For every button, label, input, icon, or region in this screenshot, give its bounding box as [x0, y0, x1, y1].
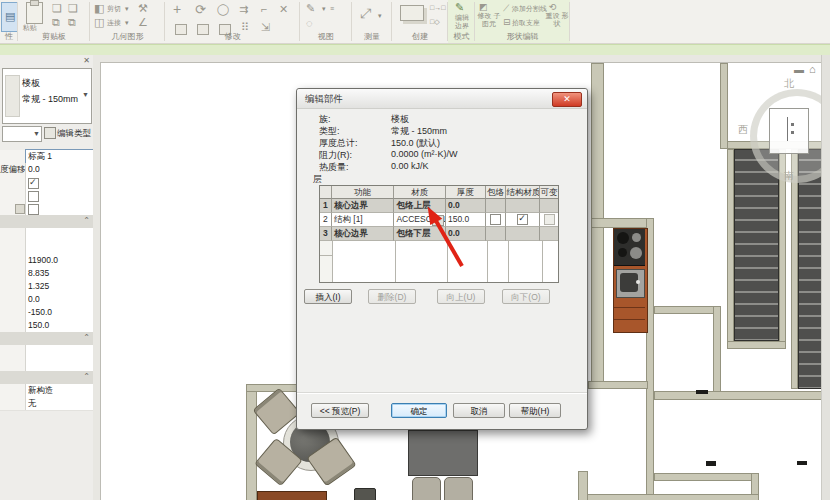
property-row[interactable]: -150.0 [0, 306, 93, 320]
property-row[interactable]: 1.325 [0, 280, 93, 294]
property-row[interactable] [0, 345, 93, 359]
reset-shape-label[interactable]: 重设 形状 [545, 12, 569, 28]
create-group-icon[interactable] [400, 5, 424, 21]
property-row[interactable] [0, 228, 93, 242]
property-row[interactable] [0, 176, 93, 190]
property-row[interactable]: 0.0 [0, 293, 93, 307]
structural-material-checkbox[interactable] [517, 214, 528, 225]
modify-sub-label[interactable]: 修改 子图元 [477, 12, 501, 28]
property-row[interactable] [0, 358, 93, 372]
property-row[interactable] [0, 241, 93, 255]
angle-icon[interactable]: ∠ [138, 17, 148, 28]
vertical-scrollbar[interactable] [821, 55, 830, 500]
property-row[interactable]: 11900.0 [0, 254, 93, 268]
filter-combobox[interactable]: ▼ [2, 126, 42, 142]
wall[interactable] [791, 149, 798, 389]
table-row[interactable]: 1 核心边界 包络上层 0.0 [320, 199, 558, 213]
cut-label[interactable]: 剪切 [107, 5, 121, 13]
pencil-icon[interactable]: ✎ [306, 3, 315, 14]
measure-icon[interactable]: ⤢ [360, 8, 371, 19]
wall[interactable] [720, 63, 728, 149]
type-selector[interactable]: 楼板 常规 - 150mm ▼ [2, 68, 92, 124]
section-header[interactable]: ⌃ [0, 371, 93, 385]
demolish-icon[interactable]: ⚒ [138, 3, 148, 14]
stairs[interactable] [734, 149, 779, 341]
chair[interactable] [444, 477, 473, 500]
close-icon[interactable]: ✕ [552, 92, 582, 107]
property-row[interactable]: 新构造 [0, 384, 93, 398]
hide-icon[interactable]: ◌ [306, 18, 313, 29]
compass-south-label[interactable]: 南 [784, 169, 794, 183]
checkbox-checked[interactable] [28, 178, 39, 189]
up-button[interactable]: 向上(U) [437, 289, 485, 304]
collapse-icon[interactable]: ⌃ [83, 216, 90, 225]
desk[interactable] [408, 430, 478, 476]
sideboard[interactable] [257, 491, 327, 500]
wall[interactable] [588, 381, 648, 389]
wall[interactable] [246, 384, 257, 500]
mirror-icon[interactable]: ⌐ [261, 4, 267, 15]
properties-button[interactable]: ▤ [1, 2, 18, 32]
move-icon[interactable]: + [173, 4, 181, 15]
close-palette-icon[interactable]: ✕ [83, 56, 90, 65]
wall[interactable] [713, 306, 721, 394]
pick-support-icon[interactable]: ⊟ [503, 17, 511, 28]
dialog-titlebar[interactable]: 编辑部件 ✕ [297, 89, 587, 109]
wall[interactable] [654, 391, 823, 400]
compass-center[interactable] [769, 108, 809, 154]
variable-checkbox[interactable] [544, 214, 555, 225]
section-header[interactable]: ⌃ [0, 332, 93, 346]
collapse-icon[interactable]: ⌃ [83, 333, 90, 342]
property-row[interactable]: 150.0 [0, 319, 93, 333]
wraps-checkbox[interactable] [490, 214, 501, 225]
cabinet[interactable] [354, 488, 376, 500]
checkbox-unchecked[interactable] [28, 191, 39, 202]
home-icon[interactable]: ⌂ [809, 63, 816, 75]
compass-north-label[interactable]: 北 [784, 77, 794, 91]
align-icon[interactable]: ⇉ [239, 4, 248, 15]
preview-button[interactable]: << 预览(P) [311, 403, 369, 418]
checkbox-unchecked[interactable] [28, 204, 39, 215]
join-label[interactable]: 连接 [107, 19, 121, 27]
property-row[interactable] [0, 202, 93, 216]
delete-button[interactable]: 删除(D) [368, 289, 416, 304]
property-row[interactable]: 度偏移0.0 [0, 163, 93, 177]
delete-icon[interactable]: ✕ [279, 4, 288, 15]
add-split-label[interactable]: 添加分割线 [512, 5, 547, 13]
property-row[interactable]: 无 [0, 397, 93, 411]
help-button[interactable]: 帮助(H) [509, 403, 561, 418]
kitchen-counter[interactable] [613, 228, 648, 333]
property-row[interactable]: 8.835 [0, 267, 93, 281]
edit-boundary-label[interactable]: 编辑 边界 [451, 14, 473, 30]
section-header[interactable]: ⌃ [0, 215, 93, 229]
wall[interactable] [727, 341, 786, 349]
table-row[interactable]: 2 结构 [1] ACCESO_BL… 150.0 [320, 213, 558, 227]
wall[interactable] [578, 494, 759, 500]
wall[interactable] [578, 471, 588, 500]
chevron-down-icon[interactable]: ▼ [82, 91, 89, 98]
compass-west-label[interactable]: 西 [738, 123, 748, 137]
rotate-icon[interactable]: ⟳ [195, 4, 206, 15]
wall[interactable] [591, 218, 653, 228]
down-button[interactable]: 向下(O) [502, 289, 550, 304]
stairs[interactable] [798, 149, 823, 389]
chair[interactable] [412, 477, 441, 500]
property-row[interactable] [0, 189, 93, 203]
ok-button[interactable]: 确定 [391, 403, 447, 418]
steering-wheel-icon[interactable]: ▬ [794, 64, 804, 75]
wall[interactable] [727, 149, 734, 349]
insert-button[interactable]: 插入(I) [304, 289, 352, 304]
cancel-button[interactable]: 取消 [453, 403, 505, 418]
edit-type-button[interactable]: 编辑类型 [44, 125, 91, 141]
group-label: 模式 [448, 31, 475, 42]
circle-icon[interactable]: ◯ [217, 4, 229, 15]
wall[interactable] [654, 473, 759, 481]
collapse-icon[interactable]: ⌃ [83, 372, 90, 381]
material-browse-button[interactable]: … [432, 215, 444, 226]
edit-boundary-icon[interactable]: ✎ [455, 2, 464, 13]
add-split-icon[interactable]: ⟋ [503, 3, 509, 14]
table-row[interactable]: 3 核心边界 包络下层 0.0 [320, 227, 558, 241]
pick-support-label[interactable]: 拾取支座 [512, 19, 540, 27]
property-row[interactable]: 标高 1 [0, 150, 93, 164]
wall[interactable] [654, 306, 720, 314]
